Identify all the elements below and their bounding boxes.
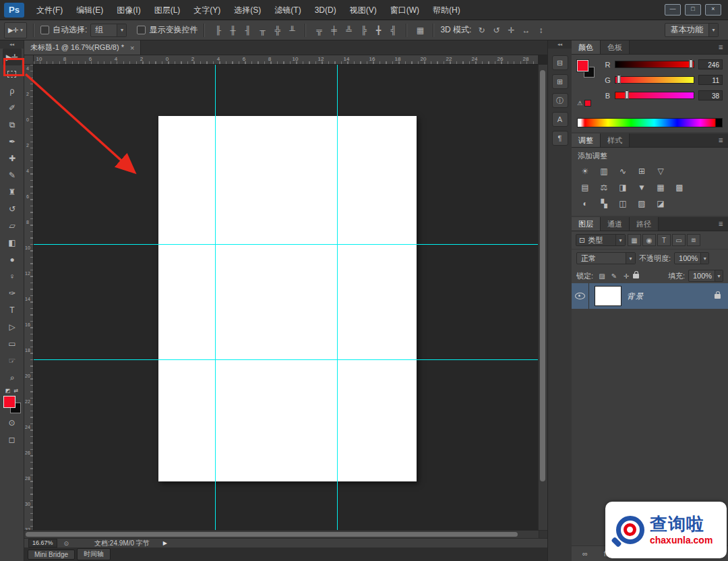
tab-swatches[interactable]: 色板 [601, 40, 630, 54]
adjustment-layer-filter-icon[interactable]: ◉ [642, 234, 656, 246]
tab-timeline[interactable]: 时间轴 [77, 548, 111, 560]
tab-paths[interactable]: 路径 [630, 217, 659, 231]
distribute-vertical-centers-icon[interactable]: ╪ [327, 24, 340, 37]
path-selection-tool[interactable]: ▷ [3, 318, 22, 335]
menu-edit[interactable]: 编辑(E) [69, 0, 110, 20]
properties-panel-icon[interactable]: ⊞ [552, 74, 568, 89]
auto-select-target-dropdown[interactable]: 组 ▾ [90, 24, 127, 37]
distribute-bottom-edges-icon[interactable]: ╩ [342, 24, 355, 37]
zoom-tool[interactable]: ⌕ [3, 369, 22, 386]
selective-color-icon[interactable]: ◪ [654, 198, 667, 210]
scrollbar-thumb[interactable] [26, 532, 518, 537]
distribute-left-edges-icon[interactable]: ╠ [357, 24, 370, 37]
type-tool[interactable]: T [3, 301, 22, 318]
3d-slide-icon[interactable]: ↔ [519, 24, 533, 37]
levels-icon[interactable]: ▥ [597, 165, 611, 177]
restore-button[interactable]: □ [685, 4, 701, 16]
slider-thumb[interactable] [626, 90, 629, 99]
auto-select-checkbox[interactable] [40, 26, 49, 34]
foreground-color-swatch[interactable] [3, 396, 16, 408]
vertical-ruler[interactable]: 4202468101214161820222426283032 [24, 65, 34, 530]
menu-filter[interactable]: 滤镜(T) [268, 0, 307, 20]
history-brush-tool[interactable]: ↺ [3, 200, 22, 217]
spot-healing-brush-tool[interactable]: ✚ [3, 150, 22, 167]
lock-position-icon[interactable]: ✛ [621, 270, 632, 281]
minimize-button[interactable]: — [665, 4, 681, 16]
color-lookup-icon[interactable]: ▩ [673, 181, 686, 194]
menu-view[interactable]: 视图(V) [343, 0, 384, 20]
horizontal-guide[interactable] [34, 244, 538, 245]
3d-drag-icon[interactable]: ✛ [504, 24, 518, 37]
opacity-dropdown[interactable]: 100% ▾ [674, 252, 709, 264]
align-bottom-edges-icon[interactable]: ╨ [285, 24, 299, 37]
menu-type[interactable]: 文字(Y) [187, 0, 227, 20]
lock-all-icon[interactable] [633, 274, 639, 278]
tab-layers[interactable]: 图层 [572, 217, 601, 231]
vertical-guide[interactable] [215, 65, 216, 530]
smart-object-filter-icon[interactable]: ⧈ [687, 234, 700, 246]
3d-scale-icon[interactable]: ↕ [534, 24, 547, 37]
swap-colors-icon[interactable]: ⇄ [13, 388, 18, 394]
document-canvas[interactable] [158, 116, 417, 481]
menu-image[interactable]: 图像(I) [110, 0, 147, 20]
menu-select[interactable]: 选择(S) [227, 0, 268, 20]
tab-adjustments[interactable]: 调整 [572, 134, 601, 147]
vertical-scrollbar[interactable] [538, 65, 547, 530]
black-white-icon[interactable]: ◨ [616, 181, 630, 194]
channel-mixer-icon[interactable]: ▦ [654, 181, 667, 194]
layer-thumbnail[interactable] [595, 286, 621, 306]
panel-menu-icon[interactable]: ≣ [713, 40, 728, 54]
pen-tool[interactable]: ✑ [3, 285, 22, 301]
document-tab[interactable]: 未标题-1 @ 16.7%(RGB/8) * × [24, 40, 141, 55]
history-panel-icon[interactable]: ⊟ [552, 55, 568, 70]
close-tab-icon[interactable]: × [130, 44, 134, 52]
fill-dropdown[interactable]: 100% ▾ [688, 270, 723, 282]
horizontal-ruler[interactable]: 108642024681012141618202224262830 [34, 55, 538, 65]
horizontal-guide[interactable] [34, 359, 538, 360]
lasso-tool[interactable]: ρ [3, 82, 22, 99]
layer-row-background[interactable]: 背景 [572, 283, 728, 309]
invert-icon[interactable]: ◐ [578, 198, 592, 210]
color-spectrum-ramp[interactable] [577, 118, 723, 127]
lock-image-icon[interactable]: ✎ [609, 270, 619, 281]
filter-kind-dropdown[interactable]: ⊡ 类型 ▾ [576, 234, 626, 246]
hand-tool[interactable]: ☞ [3, 352, 22, 369]
photo-filter-icon[interactable]: ▼ [635, 181, 648, 194]
posterize-icon[interactable]: ▚ [597, 198, 611, 210]
menu-file[interactable]: 文件(F) [30, 0, 69, 20]
eraser-tool[interactable]: ▱ [3, 217, 22, 234]
g-channel-value[interactable]: 11 [698, 75, 723, 85]
gradient-tool[interactable]: ◧ [3, 234, 22, 251]
status-options-arrow[interactable]: ▶ [163, 540, 167, 546]
slider-thumb[interactable] [617, 75, 620, 84]
panel-menu-icon[interactable]: ≣ [713, 134, 728, 147]
menu-help[interactable]: 帮助(H) [426, 0, 467, 20]
default-colors-icon[interactable]: ◩ [5, 388, 11, 394]
foreground-color-swatch[interactable] [577, 60, 588, 71]
color-balance-icon[interactable]: ⚖ [597, 181, 611, 194]
pixel-layer-filter-icon[interactable]: ▦ [628, 234, 641, 246]
workspace-switcher[interactable]: 基本功能 ▾ [665, 23, 719, 37]
scrollbar-thumb[interactable] [540, 70, 545, 481]
brush-tool[interactable]: ✎ [3, 167, 22, 183]
threshold-icon[interactable]: ◫ [616, 198, 630, 210]
gamut-warning[interactable]: ⚠ [577, 100, 600, 107]
brightness-contrast-icon[interactable]: ☀ [578, 165, 592, 177]
crop-tool[interactable]: ⧉ [3, 116, 22, 133]
tab-mini-bridge[interactable]: Mini Bridge [28, 550, 75, 560]
shape-layer-filter-icon[interactable]: ▭ [672, 234, 686, 246]
tab-styles[interactable]: 样式 [601, 134, 630, 147]
r-channel-slider[interactable] [615, 61, 694, 68]
tool-preset-picker[interactable]: ▶✛ ▾ [4, 22, 27, 38]
toolbar-collapse-button[interactable]: ◂◂ [0, 40, 24, 49]
menu-window[interactable]: 窗口(W) [384, 0, 426, 20]
clone-stamp-tool[interactable]: ♜ [3, 183, 22, 200]
info-panel-icon[interactable]: ⓘ [552, 93, 568, 108]
align-horizontal-centers-icon[interactable]: ╫ [226, 24, 239, 37]
slider-thumb[interactable] [689, 59, 692, 68]
3d-rotate-icon[interactable]: ↻ [475, 24, 488, 37]
menu-3d[interactable]: 3D(D) [308, 0, 343, 20]
lock-transparency-icon[interactable]: ▨ [597, 270, 607, 281]
close-button[interactable]: × [705, 4, 721, 16]
canvas-area[interactable]: 108642024681012141618202224262830 420246… [24, 55, 547, 530]
